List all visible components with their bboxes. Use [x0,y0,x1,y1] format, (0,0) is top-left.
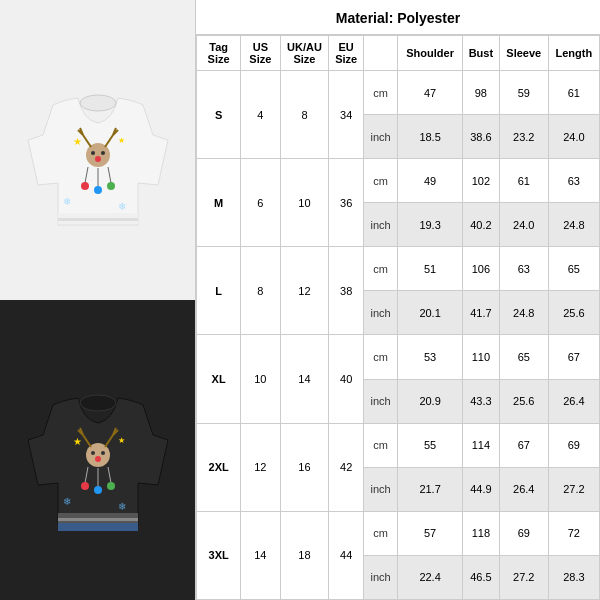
cm-length-cell: 72 [548,511,599,555]
svg-point-12 [81,182,89,190]
cm-length-cell: 67 [548,335,599,379]
inch-sleeve-cell: 24.8 [499,291,548,335]
svg-point-9 [101,151,105,155]
cm-length-cell: 61 [548,71,599,115]
ukau-size-cell: 12 [280,247,329,335]
eu-size-cell: 40 [329,335,363,423]
svg-text:❄: ❄ [63,196,71,207]
tag-size-cell: XL [197,335,241,423]
inch-bust-cell: 41.7 [462,291,499,335]
svg-point-33 [101,451,105,455]
col-ukau-size: UK/AU Size [280,36,329,71]
svg-point-24 [80,395,116,411]
size-chart-panel: Material: Polyester Tag Size US Size UK/… [195,0,600,600]
unit-cm-cell: cm [363,335,397,379]
product-images: ★ ★ ❄ ❄ [0,0,195,600]
svg-rect-22 [58,218,138,221]
inch-length-cell: 24.0 [548,115,599,159]
tag-size-cell: 3XL [197,511,241,599]
cm-bust-cell: 118 [462,511,499,555]
unit-cm-cell: cm [363,71,397,115]
inch-shoulder-cell: 18.5 [398,115,463,159]
svg-rect-45 [58,513,138,518]
inch-length-cell: 25.6 [548,291,599,335]
ukau-size-cell: 14 [280,335,329,423]
unit-inch-cell: inch [363,115,397,159]
svg-rect-23 [58,221,138,224]
inch-bust-cell: 38.6 [462,115,499,159]
eu-size-cell: 42 [329,423,363,511]
table-row: 2XL121642cm551146769 [197,423,600,467]
svg-text:❄: ❄ [63,496,71,507]
svg-text:★: ★ [118,436,125,445]
cm-sleeve-cell: 65 [499,335,548,379]
cm-shoulder-cell: 53 [398,335,463,379]
cm-sleeve-cell: 69 [499,511,548,555]
inch-length-cell: 24.8 [548,203,599,247]
inch-sleeve-cell: 27.2 [499,555,548,599]
svg-rect-48 [58,523,138,531]
inch-shoulder-cell: 20.9 [398,379,463,423]
cm-shoulder-cell: 51 [398,247,463,291]
ukau-size-cell: 10 [280,159,329,247]
col-shoulder: Shoulder [398,36,463,71]
table-row: L81238cm511066365 [197,247,600,291]
inch-bust-cell: 44.9 [462,467,499,511]
product-image-white: ★ ★ ❄ ❄ [0,0,195,300]
svg-point-36 [81,482,89,490]
ukau-size-cell: 16 [280,423,329,511]
col-bust: Bust [462,36,499,71]
tag-size-cell: L [197,247,241,335]
svg-text:★: ★ [118,136,125,145]
inch-bust-cell: 46.5 [462,555,499,599]
table-row: 3XL141844cm571186972 [197,511,600,555]
tag-size-cell: M [197,159,241,247]
cm-bust-cell: 106 [462,247,499,291]
cm-bust-cell: 110 [462,335,499,379]
unit-inch-cell: inch [363,467,397,511]
svg-point-34 [95,456,101,462]
inch-shoulder-cell: 20.1 [398,291,463,335]
cm-sleeve-cell: 67 [499,423,548,467]
us-size-cell: 14 [241,511,280,599]
size-table: Tag Size US Size UK/AU Size EU Size Shou… [196,35,600,600]
eu-size-cell: 36 [329,159,363,247]
tag-size-cell: S [197,71,241,159]
us-size-cell: 10 [241,335,280,423]
inch-bust-cell: 43.3 [462,379,499,423]
svg-point-38 [94,486,102,494]
material-text: Material: Polyester [336,10,461,26]
col-tag-size: Tag Size [197,36,241,71]
svg-text:★: ★ [73,136,82,147]
svg-text:★: ★ [73,436,82,447]
svg-point-8 [91,151,95,155]
inch-shoulder-cell: 21.7 [398,467,463,511]
table-row: M61036cm491026163 [197,159,600,203]
svg-point-14 [94,186,102,194]
cm-sleeve-cell: 63 [499,247,548,291]
unit-inch-cell: inch [363,203,397,247]
inch-shoulder-cell: 19.3 [398,203,463,247]
product-image-black: ★ ★ ❄ ❄ [0,300,195,600]
material-header: Material: Polyester [196,0,600,35]
inch-sleeve-cell: 23.2 [499,115,548,159]
inch-sleeve-cell: 26.4 [499,467,548,511]
unit-cm-cell: cm [363,159,397,203]
table-row: XL101440cm531106567 [197,335,600,379]
svg-text:❄: ❄ [118,201,126,212]
inch-sleeve-cell: 24.0 [499,203,548,247]
unit-inch-cell: inch [363,555,397,599]
inch-length-cell: 28.3 [548,555,599,599]
unit-cm-cell: cm [363,511,397,555]
cm-bust-cell: 102 [462,159,499,203]
unit-inch-cell: inch [363,379,397,423]
table-row: S4834cm47985961 [197,71,600,115]
eu-size-cell: 44 [329,511,363,599]
svg-rect-21 [58,213,138,218]
cm-bust-cell: 98 [462,71,499,115]
cm-shoulder-cell: 57 [398,511,463,555]
cm-shoulder-cell: 47 [398,71,463,115]
col-us-size: US Size [241,36,280,71]
ukau-size-cell: 8 [280,71,329,159]
col-eu-size: EU Size [329,36,363,71]
